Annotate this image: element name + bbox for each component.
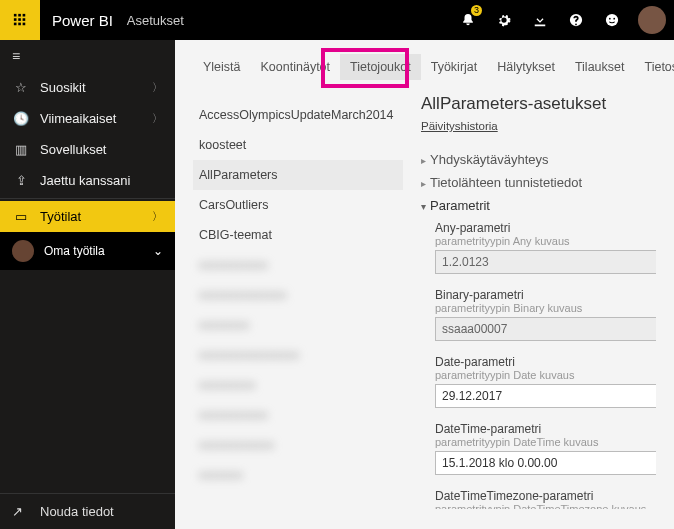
sidebar: ≡ ☆ Suosikit 〉 🕓 Viimeaikaiset 〉 ▥ Sovel…	[0, 40, 175, 529]
svg-rect-6	[14, 23, 17, 26]
svg-rect-2	[23, 14, 26, 17]
param-block: Any-parametri parametrityypin Any kuvaus	[435, 221, 656, 274]
help-button[interactable]	[558, 0, 594, 40]
svg-rect-5	[23, 18, 26, 21]
svg-point-10	[609, 18, 611, 20]
tab-alerts[interactable]: Hälytykset	[487, 54, 565, 80]
dataset-item[interactable]: CarsOutliers	[193, 190, 403, 220]
sidebar-item-label: Suosikit	[40, 80, 152, 95]
workspace-icon: ▭	[12, 209, 30, 224]
sidebar-item-label: Sovellukset	[40, 142, 163, 157]
notifications-button[interactable]: 3	[450, 0, 486, 40]
section-gateway[interactable]: Yhdyskäytäväyhteys	[421, 152, 656, 167]
workspace-avatar	[12, 240, 34, 262]
svg-rect-7	[18, 23, 21, 26]
refresh-history-link[interactable]: Päivityshistoria	[421, 120, 498, 132]
chevron-down-icon: ⌄	[153, 244, 163, 258]
svg-rect-8	[23, 23, 26, 26]
clock-icon: 🕓	[12, 111, 30, 126]
svg-rect-1	[18, 14, 21, 17]
sidebar-get-data[interactable]: ↗ Nouda tiedot	[0, 493, 175, 529]
tab-datasets[interactable]: Tietojoukot	[340, 54, 421, 80]
brand-label: Power BI	[52, 12, 113, 29]
apps-icon: ▥	[12, 142, 30, 157]
sidebar-item-recent[interactable]: 🕓 Viimeaikaiset 〉	[0, 103, 175, 134]
tab-dataflows[interactable]: Tietosarjat	[634, 54, 674, 80]
param-label: Binary-parametri	[435, 288, 656, 302]
dataset-item-redacted: xxxxxxxx	[193, 310, 403, 340]
feedback-button[interactable]	[594, 0, 630, 40]
user-avatar[interactable]	[638, 6, 666, 34]
param-desc: parametrityypin Any kuvaus	[435, 235, 656, 247]
svg-point-9	[606, 14, 618, 26]
tab-subscriptions[interactable]: Tilaukset	[565, 54, 635, 80]
dataset-item-redacted: xxxxxxxxxxxxxx	[193, 280, 403, 310]
settings-button[interactable]	[486, 0, 522, 40]
get-data-icon: ↗	[12, 504, 30, 519]
dataset-item-redacted: xxxxxxxxx	[193, 370, 403, 400]
svg-rect-4	[18, 18, 21, 21]
dataset-item[interactable]: AccessOlympicsUpdateMarch2014	[193, 100, 403, 130]
param-block: DateTime-parametri parametrityypin DateT…	[435, 422, 656, 475]
dataset-item[interactable]: koosteet	[193, 130, 403, 160]
sidebar-item-apps[interactable]: ▥ Sovellukset	[0, 134, 175, 165]
tab-workbooks[interactable]: Työkirjat	[421, 54, 488, 80]
dataset-item-selected[interactable]: AllParameters	[193, 160, 403, 190]
sidebar-item-my-workspace[interactable]: Oma työtila ⌄	[0, 232, 175, 270]
param-block: DateTimeTimezone-parametri parametrityyp…	[435, 489, 656, 509]
chevron-right-icon: 〉	[152, 111, 163, 126]
top-bar: Power BI Asetukset 3	[0, 0, 674, 40]
sidebar-item-label: Oma työtila	[44, 244, 153, 258]
param-input-datetime[interactable]	[435, 451, 656, 475]
sidebar-item-workspaces[interactable]: ▭ Työtilat 〉	[0, 201, 175, 232]
svg-rect-3	[14, 18, 17, 21]
param-label: DateTime-parametri	[435, 422, 656, 436]
app-launcher[interactable]	[0, 0, 40, 40]
sidebar-item-label: Työtilat	[40, 209, 152, 224]
share-icon: ⇪	[12, 173, 30, 188]
param-label: Date-parametri	[435, 355, 656, 369]
settings-panel: AllParameters-asetukset Päivityshistoria…	[403, 86, 656, 509]
param-block: Binary-parametri parametrityypin Binary …	[435, 288, 656, 341]
svg-point-11	[613, 18, 615, 20]
panel-title: AllParameters-asetukset	[421, 94, 656, 114]
dataset-list: AccessOlympicsUpdateMarch2014 koosteet A…	[193, 86, 403, 509]
dataset-item[interactable]: CBIG-teemat	[193, 220, 403, 250]
param-desc: parametrityypin DateTimeTimezone kuvaus	[435, 503, 656, 509]
param-input-binary[interactable]	[435, 317, 656, 341]
download-button[interactable]	[522, 0, 558, 40]
param-desc: parametrityypin Date kuvaus	[435, 369, 656, 381]
param-label: Any-parametri	[435, 221, 656, 235]
star-icon: ☆	[12, 80, 30, 95]
section-credentials[interactable]: Tietolähteen tunnistetiedot	[421, 175, 656, 190]
sidebar-item-label: Jaettu kanssani	[40, 173, 163, 188]
param-label: DateTimeTimezone-parametri	[435, 489, 656, 503]
tab-general[interactable]: Yleistä	[193, 54, 251, 80]
hamburger-button[interactable]: ≡	[0, 40, 175, 72]
notification-badge: 3	[471, 5, 482, 16]
tabs-row: Yleistä Koontinäytöt Tietojoukot Työkirj…	[175, 40, 674, 86]
param-desc: parametrityypin DateTime kuvaus	[435, 436, 656, 448]
param-desc: parametrityypin Binary kuvaus	[435, 302, 656, 314]
chevron-right-icon: 〉	[152, 80, 163, 95]
param-input-any[interactable]	[435, 250, 656, 274]
main-area: Yleistä Koontinäytöt Tietojoukot Työkirj…	[175, 40, 674, 529]
sidebar-item-label: Viimeaikaiset	[40, 111, 152, 126]
dataset-item-redacted: xxxxxxx	[193, 460, 403, 490]
dataset-item-redacted: xxxxxxxxxxx	[193, 400, 403, 430]
dataset-item-redacted: xxxxxxxxxxx	[193, 250, 403, 280]
dataset-item-redacted: xxxxxxxxxxxxxxxx	[193, 340, 403, 370]
tab-dashboards[interactable]: Koontinäytöt	[251, 54, 341, 80]
dataset-item-redacted: xxxxxxxxxxxx	[193, 430, 403, 460]
param-input-date[interactable]	[435, 384, 656, 408]
chevron-right-icon: 〉	[152, 209, 163, 224]
svg-rect-0	[14, 14, 17, 17]
sidebar-item-shared[interactable]: ⇪ Jaettu kanssani	[0, 165, 175, 196]
sidebar-item-favorites[interactable]: ☆ Suosikit 〉	[0, 72, 175, 103]
page-subtitle: Asetukset	[127, 13, 184, 28]
sidebar-item-label: Nouda tiedot	[40, 504, 114, 519]
param-block: Date-parametri parametrityypin Date kuva…	[435, 355, 656, 408]
section-parameters[interactable]: Parametrit	[421, 198, 656, 213]
